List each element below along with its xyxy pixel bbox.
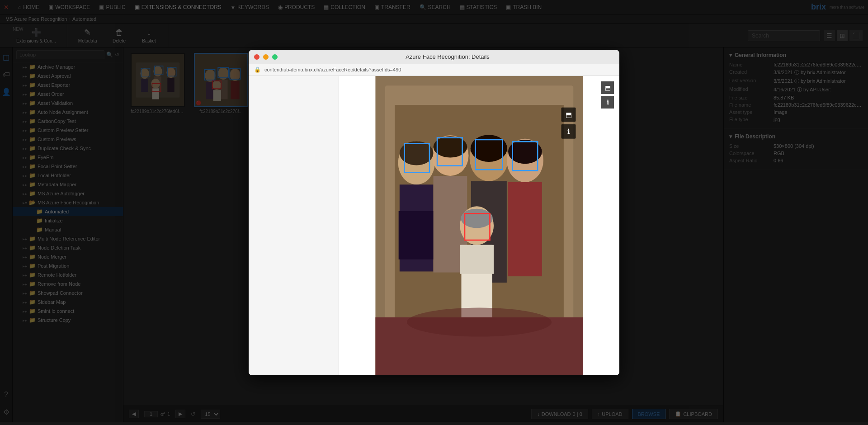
modal-urlbar: 🔒 contenthub-demo.brix.ch/azureFaceRec/d… [249,64,619,76]
modal-image-area: ⬒ ℹ ⬒ ℹ [339,76,619,375]
modal-info-button[interactable]: ℹ [601,96,614,109]
svg-text:⬒: ⬒ [566,111,572,118]
svg-point-63 [407,308,552,337]
svg-point-59 [471,135,507,162]
svg-rect-47 [399,211,434,260]
modal-close-button[interactable] [254,54,259,60]
svg-text:ℹ: ℹ [567,128,570,135]
modal-left-panel [249,76,339,375]
svg-rect-53 [508,182,542,276]
modal-view-toggle-button[interactable]: ⬒ [601,81,614,94]
modal-title: Azure Face Recognition: Details [281,53,614,60]
modal-url: contenthub-demo.brix.ch/azureFaceRec/det… [264,67,614,72]
modal-titlebar: Azure Face Recognition: Details [249,50,619,64]
modal-minimize-button[interactable] [263,54,269,60]
lock-icon: 🔒 [254,66,261,73]
svg-point-60 [508,140,542,164]
svg-rect-56 [460,245,494,274]
modal-body: ⬒ ℹ ⬒ ℹ [249,76,619,375]
modal-dialog: Azure Face Recognition: Details 🔒 conten… [249,50,619,375]
modal-overlay[interactable]: Azure Face Recognition: Details 🔒 conten… [0,0,868,425]
modal-controls: ⬒ ℹ [601,81,614,109]
face-recognition-image: ⬒ ℹ [339,76,619,375]
modal-maximize-button[interactable] [272,54,278,60]
svg-point-61 [461,209,492,228]
